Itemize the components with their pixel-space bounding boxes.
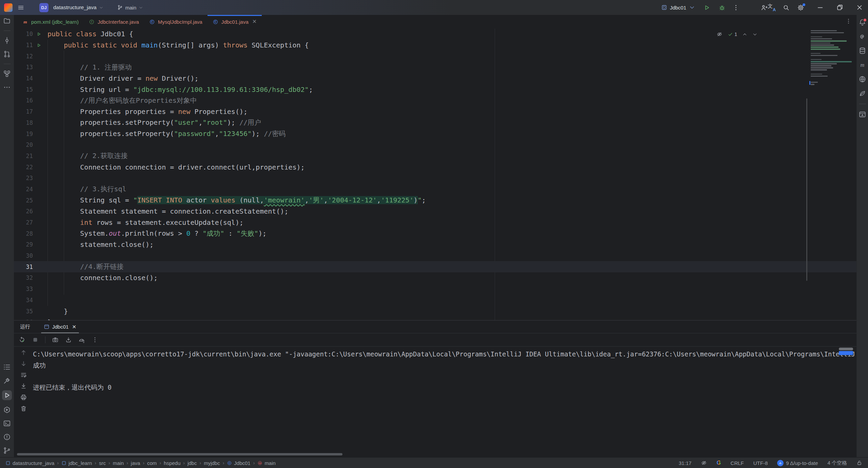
code-line[interactable]: 28 System.out.println(rows > 0 ? "成功" : … <box>14 228 856 239</box>
code-line[interactable]: 12 <box>14 51 856 62</box>
next-problem-icon[interactable] <box>752 32 757 37</box>
problems-icon[interactable] <box>3 433 11 441</box>
todo-icon[interactable] <box>3 363 11 371</box>
inspection-status[interactable]: 1 <box>728 32 737 37</box>
code-line[interactable]: 11 public static void main(String[] args… <box>14 40 856 51</box>
run-line-icon[interactable] <box>36 32 41 37</box>
code-line[interactable]: 29 statement.close(); <box>14 239 856 250</box>
run-line-icon[interactable] <box>36 43 41 48</box>
print-icon[interactable] <box>20 394 27 401</box>
tab-jdbcinterface-java[interactable]: IJdbcInterface.java <box>84 15 144 28</box>
code-line[interactable]: 17 Properties properties = new Propertie… <box>14 106 856 117</box>
tab-mysqljdbcimpl-java[interactable]: CMysqlJdbcImpl.java <box>144 15 208 28</box>
code-line[interactable]: 20 <box>14 139 856 151</box>
code-line[interactable]: 14 Driver driver = new Driver(); <box>14 73 856 84</box>
tab-options-icon[interactable] <box>845 18 852 24</box>
console-h-scrollbar[interactable] <box>17 453 342 455</box>
code-line[interactable]: 22 Connection connection = driver.connec… <box>14 161 856 173</box>
breadcrumb-item-main[interactable]: mmain <box>257 460 276 466</box>
prev-problem-icon[interactable] <box>742 32 747 37</box>
lock-open-icon[interactable] <box>856 460 863 466</box>
arrow-up-icon[interactable] <box>20 349 27 356</box>
code-line[interactable]: 27 int rows = statement.executeUpdate(sq… <box>14 217 856 228</box>
editor-scrollbar[interactable] <box>806 98 807 281</box>
run-configuration-selector[interactable]: Jdbc01 <box>661 4 695 11</box>
code-line[interactable]: 33 <box>14 284 856 295</box>
services-icon[interactable] <box>3 406 11 414</box>
thread-dump-icon[interactable] <box>65 336 72 343</box>
code-line[interactable]: 24 // 3.执行sql <box>14 184 856 195</box>
console-output[interactable]: C:\Users\meowrain\scoop\apps\corretto17-… <box>14 347 856 457</box>
screenshot-icon[interactable] <box>52 336 59 343</box>
google-translate-status[interactable]: G <box>716 460 721 466</box>
window-minimize-button[interactable] <box>816 4 824 11</box>
stop-button[interactable] <box>32 336 39 343</box>
project-folder-icon[interactable] <box>3 17 11 25</box>
console-more-icon[interactable] <box>92 336 98 343</box>
code-minimap[interactable] <box>809 29 854 90</box>
more-tool-windows-icon[interactable] <box>3 83 11 91</box>
code-line[interactable]: 19 properties.setProperty("password","12… <box>14 128 856 139</box>
breadcrumb-item-jdbc_learn[interactable]: jdbc_learn <box>61 460 92 466</box>
main-menu-icon[interactable] <box>17 4 24 11</box>
pull-requests-icon[interactable] <box>3 50 11 58</box>
maven-icon[interactable]: m <box>859 61 866 69</box>
code-with-me-icon[interactable] <box>761 4 768 11</box>
tab-pom-xml-jdbc-learn-[interactable]: mpom.xml (jdbc_learn) <box>17 15 84 28</box>
profiler-gauge-icon[interactable] <box>78 336 85 343</box>
code-line[interactable]: 25 String sql = "INSERT INTO actor value… <box>14 195 856 206</box>
vcs-status-widget[interactable]: 9 Δ/up-to-date <box>777 460 818 466</box>
breadcrumb-item-src[interactable]: src <box>99 460 106 466</box>
highlight-disabled-icon[interactable] <box>701 460 707 466</box>
version-control-icon[interactable] <box>3 447 11 454</box>
line-ending-selector[interactable]: CRLF <box>731 460 744 466</box>
code-line[interactable]: 15 String url = "jdbc:mysql://100.113.19… <box>14 84 856 95</box>
project-selector[interactable]: datastructure_java <box>53 4 103 11</box>
indent-config[interactable]: 4 个空格 <box>827 460 847 466</box>
notifications-icon[interactable] <box>859 18 866 26</box>
code-line[interactable]: 21 // 2.获取连接 <box>14 151 856 162</box>
leaf-plugin-icon[interactable] <box>859 90 866 97</box>
project-avatar[interactable]: DJ <box>39 3 48 12</box>
caret-position[interactable]: 31:17 <box>679 460 692 466</box>
code-line[interactable]: 23 <box>14 173 856 184</box>
translate-icon[interactable]: 文A <box>768 4 775 11</box>
terminal-icon[interactable] <box>3 420 11 427</box>
search-everywhere-icon[interactable] <box>783 4 790 11</box>
scroll-to-end-icon[interactable] <box>20 383 27 390</box>
database-icon[interactable] <box>859 47 866 55</box>
close-icon[interactable]: ✕ <box>72 324 76 329</box>
encoding-selector[interactable]: UTF-8 <box>753 460 768 466</box>
breadcrumb-item-hspedu[interactable]: hspedu <box>164 460 180 466</box>
breadcrumb-item-jdbc01[interactable]: CJdbc01 <box>227 460 250 466</box>
ai-assistant-icon[interactable] <box>859 33 866 40</box>
code-line[interactable]: 18 properties.setProperty("user","root")… <box>14 117 856 129</box>
code-line[interactable]: 35 } <box>14 306 856 317</box>
structure-icon[interactable] <box>3 70 11 78</box>
commit-icon[interactable] <box>3 37 11 44</box>
code-line[interactable]: 32 connection.close(); <box>14 272 856 284</box>
close-icon[interactable]: ✕ <box>252 19 257 24</box>
code-line[interactable]: 30 <box>14 250 856 261</box>
code-line[interactable]: 26 Statement statement = connection.crea… <box>14 206 856 217</box>
run-tool-window-icon[interactable] <box>2 390 12 400</box>
debug-button[interactable] <box>718 4 726 11</box>
clear-console-icon[interactable] <box>20 405 27 412</box>
breadcrumb-item-com[interactable]: com <box>147 460 157 466</box>
more-actions-icon[interactable] <box>732 4 739 11</box>
code-line[interactable]: 16 //用户名密码放在Properties对象中 <box>14 95 856 106</box>
breadcrumb-item-java[interactable]: java <box>131 460 140 466</box>
breadcrumb-item-datastructure_java[interactable]: datastructure_java <box>5 460 54 466</box>
breadcrumb-item-jdbc[interactable]: jdbc <box>188 460 197 466</box>
translate-globe-icon[interactable] <box>859 75 866 83</box>
window-restore-button[interactable] <box>836 4 844 11</box>
dictionary-icon[interactable] <box>859 111 866 118</box>
code-line[interactable]: 31 //4.断开链接 <box>14 261 856 272</box>
window-close-button[interactable] <box>856 4 863 11</box>
code-line[interactable]: 34 <box>14 295 856 306</box>
code-editor[interactable]: 10public class Jdbc01 {11 public static … <box>14 28 856 320</box>
breadcrumb-item-myjdbc[interactable]: myjdbc <box>204 460 220 466</box>
tab-jdbc01-java[interactable]: CJdbc01.java✕ <box>208 15 262 28</box>
run-button[interactable] <box>703 4 710 11</box>
highlighting-eye-icon[interactable] <box>716 31 723 37</box>
